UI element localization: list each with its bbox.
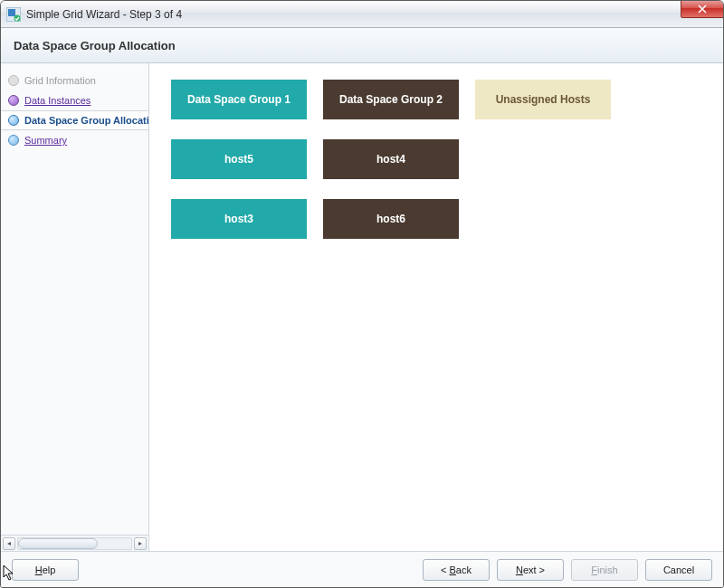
group-header-group1[interactable]: Data Space Group 1 (171, 80, 307, 119)
step-list: Grid InformationData InstancesData Space… (1, 63, 148, 535)
scroll-left-button[interactable]: ◂ (3, 537, 15, 550)
svg-rect-1 (8, 9, 15, 16)
wizard-window: Simple Grid Wizard - Step 3 of 4 Data Sp… (0, 0, 724, 588)
cancel-button[interactable]: Cancel (645, 559, 712, 581)
host-tile[interactable]: host5 (171, 139, 307, 179)
column-group1: Data Space Group 1host5host3 (171, 80, 307, 239)
svg-point-2 (14, 14, 21, 21)
wizard-body: Grid InformationData InstancesData Space… (1, 63, 723, 551)
group-header-group2[interactable]: Data Space Group 2 (323, 80, 459, 119)
column-unassigned: Unassigned Hosts (475, 80, 611, 239)
button-bar: Help < Back Next > Finish Cancel (1, 551, 723, 587)
group-header-unassigned[interactable]: Unassigned Hosts (475, 80, 611, 119)
step-0: Grid Information (1, 71, 148, 90)
step-label: Summary (24, 135, 67, 146)
host-tile[interactable]: host3 (171, 199, 307, 239)
finish-button: Finish (571, 559, 638, 581)
step-3[interactable]: Summary (1, 130, 148, 150)
host-tile[interactable]: host4 (323, 139, 459, 179)
scroll-thumb[interactable] (18, 538, 98, 549)
scroll-track[interactable] (17, 537, 132, 550)
step-dot-icon (8, 115, 19, 126)
sidebar-scrollbar[interactable]: ◂ ▸ (1, 535, 148, 551)
scroll-right-button[interactable]: ▸ (134, 537, 147, 550)
step-1[interactable]: Data Instances (1, 90, 148, 110)
titlebar: Simple Grid Wizard - Step 3 of 4 (1, 1, 723, 28)
page-header: Data Space Group Allocation (1, 28, 723, 63)
step-label: Grid Information (24, 75, 96, 86)
page-title: Data Space Group Allocation (14, 39, 176, 52)
step-sidebar: Grid InformationData InstancesData Space… (1, 63, 149, 551)
column-group2: Data Space Group 2host4host6 (323, 80, 459, 239)
host-tile[interactable]: host6 (323, 199, 459, 239)
allocation-area: Data Space Group 1host5host3Data Space G… (149, 63, 723, 551)
next-button[interactable]: Next > (497, 559, 564, 581)
step-dot-icon (8, 75, 19, 86)
step-label: Data Instances (24, 95, 90, 106)
step-label: Data Space Group Allocation (24, 115, 148, 126)
app-icon (6, 7, 21, 22)
back-button[interactable]: < Back (423, 559, 490, 581)
close-button[interactable] (681, 0, 724, 18)
window-title: Simple Grid Wizard - Step 3 of 4 (26, 8, 182, 21)
step-2[interactable]: Data Space Group Allocation (1, 110, 148, 130)
help-button[interactable]: Help (12, 559, 79, 581)
step-dot-icon (8, 135, 19, 146)
step-dot-icon (8, 95, 19, 106)
